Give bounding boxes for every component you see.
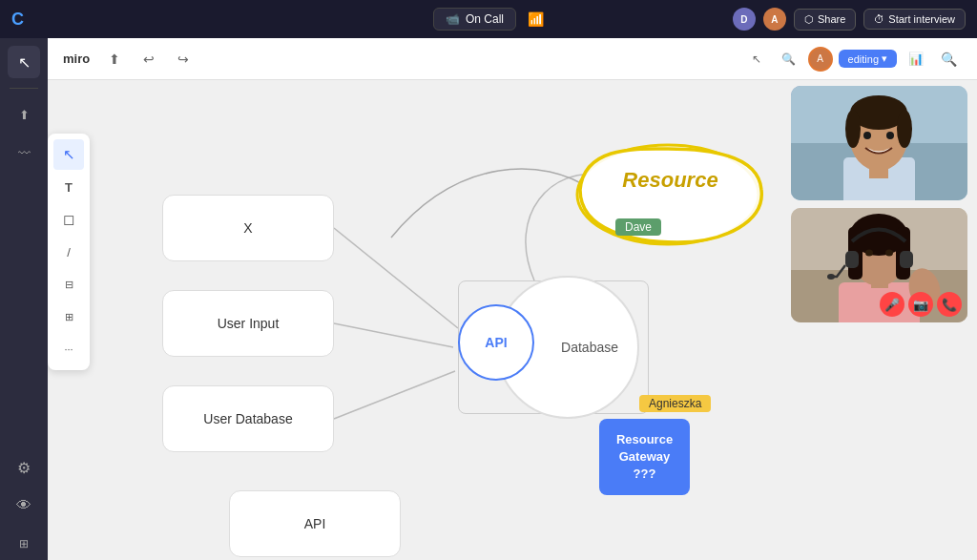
wifi-icon: 📶: [528, 11, 544, 27]
top-bar: C 📹 On Call 📶 D A ⬡ Share ⏱ Start interv…: [0, 0, 977, 38]
tool-frame[interactable]: ⊞: [53, 301, 84, 332]
box-userinput[interactable]: User Input: [162, 290, 334, 357]
video-card-person2: 🎤 📷 📞: [791, 208, 967, 322]
find-icon[interactable]: 🔍: [935, 46, 962, 73]
sidebar-item-settings[interactable]: ⚙: [8, 451, 40, 484]
oncall-label: On Call: [466, 12, 504, 26]
sidebar-item-eye[interactable]: 👁: [8, 489, 40, 522]
dave-label: Dave: [615, 218, 661, 236]
svg-point-13: [863, 132, 871, 139]
avatar-d: D: [733, 8, 756, 31]
svg-point-27: [865, 250, 873, 257]
svg-line-1: [334, 323, 453, 347]
api-circle[interactable]: API: [458, 304, 534, 381]
chevron-down-icon: ▾: [882, 52, 887, 65]
app-logo: C: [11, 10, 24, 30]
svg-line-2: [334, 371, 455, 419]
database-label: Database: [561, 340, 618, 355]
user-avatar-a: A: [808, 47, 833, 72]
svg-point-12: [897, 110, 912, 148]
sidebar-item-grid[interactable]: ⊞: [8, 528, 40, 560]
editing-label: editing: [848, 53, 879, 65]
toolbar-right: ↖ 🔍 A editing ▾ 📊 🔍: [743, 46, 962, 73]
svg-rect-25: [900, 251, 913, 268]
tool-embed[interactable]: ⊟: [53, 269, 84, 300]
box-api-bottom[interactable]: API: [229, 490, 401, 557]
box-userdb-label: User Database: [203, 411, 292, 426]
person1-svg: [791, 86, 967, 200]
box-x-label: X: [243, 220, 252, 236]
video-panel: 🎤 📷 📞: [791, 86, 967, 322]
svg-rect-24: [845, 251, 859, 268]
tool-text[interactable]: T: [53, 172, 84, 202]
search-zoom-icon[interactable]: 🔍: [776, 46, 802, 73]
resource-gateway-text: Resource Gateway ???: [609, 431, 680, 484]
resource-gateway-box[interactable]: Resource Gateway ???: [599, 419, 690, 495]
db-cluster: Database API: [448, 271, 658, 424]
sidebar-item-something[interactable]: 〰: [8, 136, 40, 169]
avatar-a: A: [763, 8, 786, 31]
miro-logo: miro: [63, 52, 90, 66]
sidebar-divider: [10, 88, 38, 89]
share-icon: ⬡: [804, 13, 814, 26]
upload-action[interactable]: ⬆: [101, 46, 128, 73]
tool-select[interactable]: ↖: [53, 139, 84, 170]
left-sidebar: ↖ ⬆ 〰 ⚙ 👁 ⊞: [0, 38, 48, 560]
box-userinput-label: User Input: [218, 316, 280, 331]
sidebar-item-share[interactable]: ⬆: [8, 98, 40, 131]
mute-button[interactable]: 🎤: [880, 292, 904, 317]
topbar-center: 📹 On Call 📶: [433, 8, 544, 31]
topbar-left: C: [11, 10, 24, 30]
svg-point-28: [885, 250, 893, 257]
share-button[interactable]: ⬡ Share: [794, 9, 856, 31]
video-controls: 🎤 📷 📞: [880, 292, 962, 317]
cam-button[interactable]: 📷: [908, 292, 933, 317]
timer-icon: ⏱: [874, 13, 884, 25]
svg-marker-3: [587, 183, 601, 195]
svg-line-0: [334, 228, 458, 328]
api-label: API: [485, 335, 507, 350]
agnieszka-label: Agnieszka: [639, 395, 711, 412]
tools-panel: ↖ T ◻ / ⊟ ⊞ ···: [48, 134, 90, 370]
svg-point-4: [577, 145, 759, 244]
sidebar-item-cursor[interactable]: ↖: [8, 46, 40, 78]
box-userdb[interactable]: User Database: [162, 385, 334, 452]
video-card-person1: [791, 86, 967, 200]
box-x[interactable]: X: [162, 195, 334, 261]
cursor-icon[interactable]: ↖: [743, 46, 770, 73]
video-icon: 📹: [446, 12, 460, 26]
resource-label: Resource: [596, 168, 744, 193]
topbar-right: D A ⬡ Share ⏱ Start interview: [733, 8, 966, 31]
tool-line[interactable]: /: [53, 237, 84, 267]
canvas-toolbar: miro ⬆ ↩ ↪ ↖ 🔍 A editing ▾ 📊 🔍: [48, 38, 977, 80]
tool-more[interactable]: ···: [53, 334, 84, 364]
svg-point-14: [886, 132, 894, 139]
undo-action[interactable]: ↩: [135, 46, 162, 73]
svg-point-11: [845, 110, 861, 148]
end-call-button[interactable]: 📞: [937, 292, 962, 317]
box-api-bottom-label: API: [304, 516, 326, 531]
start-interview-button[interactable]: ⏱ Start interview: [863, 9, 966, 30]
svg-rect-15: [869, 167, 888, 178]
redo-action[interactable]: ↪: [170, 46, 197, 73]
oncall-button[interactable]: 📹 On Call: [433, 8, 516, 31]
tool-sticky[interactable]: ◻: [53, 204, 84, 235]
svg-point-26: [827, 274, 835, 280]
editing-mode-button[interactable]: editing ▾: [839, 50, 897, 68]
stats-icon[interactable]: 📊: [903, 46, 929, 73]
